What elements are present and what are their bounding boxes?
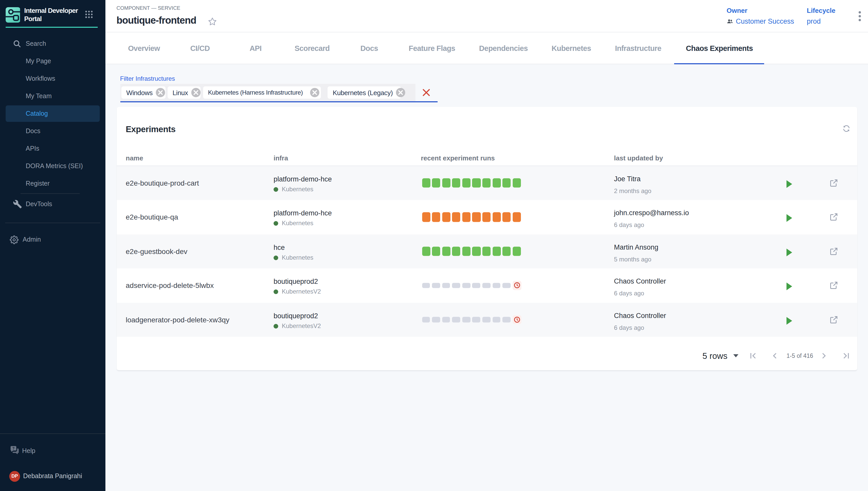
svg-text:?: ?: [12, 446, 15, 451]
